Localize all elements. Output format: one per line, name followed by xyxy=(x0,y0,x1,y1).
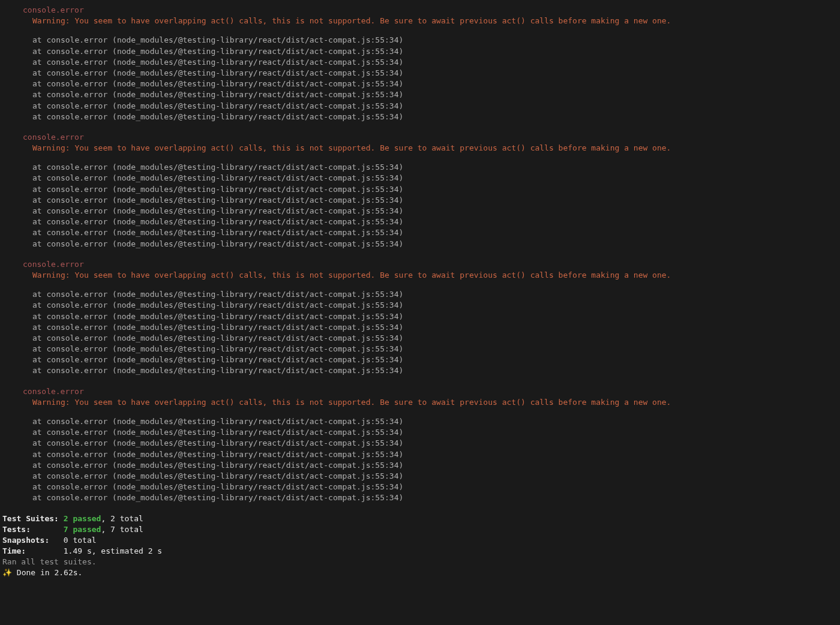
done-text: Done in 2.62s. xyxy=(12,568,82,577)
error-block: console.errorWarning: You seem to have o… xyxy=(2,259,840,377)
summary-label: Test Suites: xyxy=(2,514,64,523)
stack-line: at console.error (node_modules/@testing-… xyxy=(2,68,840,79)
stack-trace: at console.error (node_modules/@testing-… xyxy=(2,289,840,377)
stack-line: at console.error (node_modules/@testing-… xyxy=(2,482,840,492)
stack-line: at console.error (node_modules/@testing-… xyxy=(2,311,840,322)
stack-trace: at console.error (node_modules/@testing-… xyxy=(2,162,840,250)
done-line: ✨ Done in 2.62s. xyxy=(2,567,840,578)
stack-line: at console.error (node_modules/@testing-… xyxy=(2,89,840,100)
sparkle-icon: ✨ xyxy=(2,568,12,577)
warning-message: Warning: You seem to have overlapping ac… xyxy=(2,270,840,281)
stack-line: at console.error (node_modules/@testing-… xyxy=(2,365,840,376)
summary-value: 1.49 s, estimated 2 s xyxy=(64,546,162,555)
summary-tests: Tests: 7 passed, 7 total xyxy=(2,524,840,535)
stack-line: at console.error (node_modules/@testing-… xyxy=(2,289,840,300)
stack-line: at console.error (node_modules/@testing-… xyxy=(2,79,840,89)
stack-line: at console.error (node_modules/@testing-… xyxy=(2,354,840,365)
stack-line: at console.error (node_modules/@testing-… xyxy=(2,195,840,206)
stack-line: at console.error (node_modules/@testing-… xyxy=(2,173,840,184)
stack-line: at console.error (node_modules/@testing-… xyxy=(2,449,840,460)
summary-test-suites: Test Suites: 2 passed, 2 total xyxy=(2,513,840,524)
summary-label: Snapshots: xyxy=(2,536,64,545)
stack-line: at console.error (node_modules/@testing-… xyxy=(2,460,840,471)
stack-line: at console.error (node_modules/@testing-… xyxy=(2,217,840,227)
stack-line: at console.error (node_modules/@testing-… xyxy=(2,322,840,333)
error-block: console.errorWarning: You seem to have o… xyxy=(2,386,840,504)
stack-trace: at console.error (node_modules/@testing-… xyxy=(2,416,840,504)
stack-line: at console.error (node_modules/@testing-… xyxy=(2,427,840,438)
warning-message: Warning: You seem to have overlapping ac… xyxy=(2,143,840,154)
stack-line: at console.error (node_modules/@testing-… xyxy=(2,162,840,173)
test-summary: Test Suites: 2 passed, 2 total Tests: 7 … xyxy=(2,513,840,579)
error-blocks: console.errorWarning: You seem to have o… xyxy=(2,5,840,504)
summary-rest: , 7 total xyxy=(101,525,143,534)
warning-message: Warning: You seem to have overlapping ac… xyxy=(2,16,840,26)
summary-label: Time: xyxy=(2,546,64,555)
stack-line: at console.error (node_modules/@testing-… xyxy=(2,492,840,503)
stack-line: at console.error (node_modules/@testing-… xyxy=(2,239,840,250)
stack-line: at console.error (node_modules/@testing-… xyxy=(2,300,840,311)
stack-line: at console.error (node_modules/@testing-… xyxy=(2,416,840,427)
stack-line: at console.error (node_modules/@testing-… xyxy=(2,101,840,112)
warning-message: Warning: You seem to have overlapping ac… xyxy=(2,397,840,408)
summary-passed: 2 passed xyxy=(64,514,101,523)
stack-trace: at console.error (node_modules/@testing-… xyxy=(2,35,840,122)
console-error-header: console.error xyxy=(2,259,840,270)
stack-line: at console.error (node_modules/@testing-… xyxy=(2,46,840,57)
summary-time: Time: 1.49 s, estimated 2 s xyxy=(2,546,840,557)
stack-line: at console.error (node_modules/@testing-… xyxy=(2,471,840,482)
console-error-header: console.error xyxy=(2,132,840,143)
stack-line: at console.error (node_modules/@testing-… xyxy=(2,57,840,68)
stack-line: at console.error (node_modules/@testing-… xyxy=(2,344,840,354)
console-error-header: console.error xyxy=(2,386,840,397)
stack-line: at console.error (node_modules/@testing-… xyxy=(2,112,840,122)
error-block: console.errorWarning: You seem to have o… xyxy=(2,5,840,122)
error-block: console.errorWarning: You seem to have o… xyxy=(2,132,840,250)
stack-line: at console.error (node_modules/@testing-… xyxy=(2,184,840,195)
stack-line: at console.error (node_modules/@testing-… xyxy=(2,206,840,217)
stack-line: at console.error (node_modules/@testing-… xyxy=(2,333,840,344)
summary-value: 0 total xyxy=(64,536,97,545)
summary-snapshots: Snapshots: 0 total xyxy=(2,535,840,546)
console-error-header: console.error xyxy=(2,5,840,16)
stack-line: at console.error (node_modules/@testing-… xyxy=(2,35,840,46)
terminal-output[interactable]: console.errorWarning: You seem to have o… xyxy=(0,0,840,579)
summary-passed: 7 passed xyxy=(64,525,101,534)
summary-label: Tests: xyxy=(2,525,64,534)
summary-rest: , 2 total xyxy=(101,514,143,523)
ran-all-suites: Ran all test suites. xyxy=(2,557,840,567)
stack-line: at console.error (node_modules/@testing-… xyxy=(2,227,840,238)
stack-line: at console.error (node_modules/@testing-… xyxy=(2,438,840,449)
